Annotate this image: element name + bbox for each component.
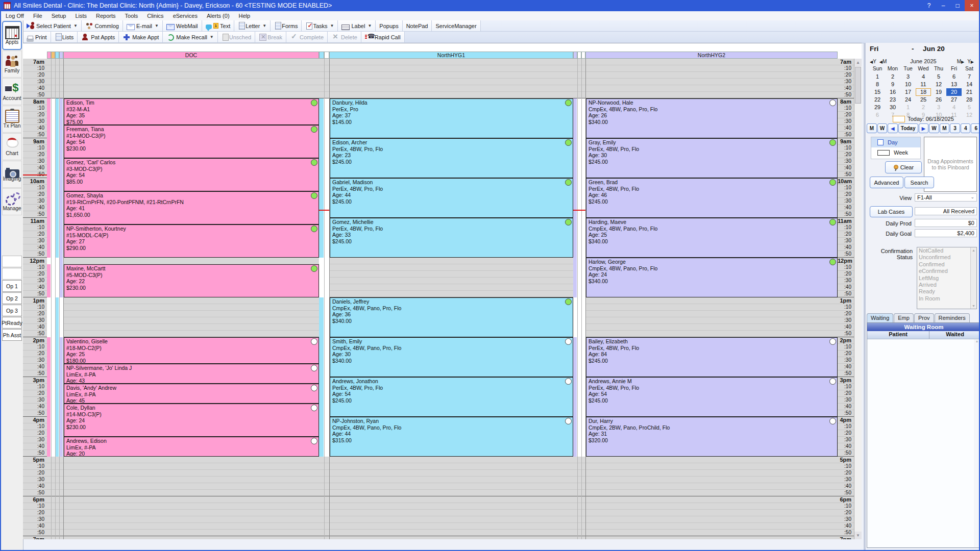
calendar-day-25[interactable]: 25: [916, 96, 931, 104]
appointment-block[interactable]: Danbury, HildaPerEx, ProAge: 37$145.00: [330, 98, 573, 138]
confirmation-status-circle[interactable]: [311, 385, 317, 391]
toolbar-button-popups[interactable]: Popups: [376, 20, 402, 31]
dropdown-arrow-icon[interactable]: ▼: [155, 23, 159, 28]
appointment-block[interactable]: Smith, EmilyCmpEx, 4BW, Pano, Pro, FloAg…: [330, 337, 573, 377]
calendar-day-12[interactable]: 12: [931, 81, 946, 88]
menu-item-setup[interactable]: Setup: [47, 11, 71, 20]
scroll-down-icon[interactable]: ▼: [854, 532, 862, 539]
calendar-jump-w[interactable]: W: [929, 123, 939, 133]
calendar-day-28[interactable]: 28: [962, 96, 977, 104]
appointment-block[interactable]: NP-Norwood, HaleCmpEx, 4BW, Pano, Pro, F…: [586, 98, 838, 138]
search-button[interactable]: Search: [904, 177, 934, 188]
sidebar-item-manage[interactable]: Manage: [2, 188, 22, 215]
confirmation-status-circle[interactable]: [311, 192, 317, 199]
confirmation-list-scrollbar[interactable]: ▲ ▼: [970, 247, 976, 309]
confirmation-status-circle[interactable]: [311, 365, 317, 371]
view-button-ph-asst[interactable]: Ph Asst: [2, 329, 22, 341]
calendar-day-8[interactable]: 8: [870, 81, 885, 88]
calendar-next-month-button[interactable]: M▶: [957, 59, 965, 64]
calendar-jump-m[interactable]: M: [940, 123, 950, 133]
toolbar-button-tasks[interactable]: Tasks▼: [302, 20, 338, 31]
menu-item-eservices[interactable]: eServices: [168, 11, 202, 20]
appointment-block[interactable]: Bailey, ElizabethPerEx, 4BW, Pro, FloAge…: [586, 337, 838, 377]
appointment-block[interactable]: Gabriel, MadisonPerEx, 4BW, Pro, FloAge:…: [330, 178, 573, 218]
operatory-header-northhyg1[interactable]: NorthHYG1: [329, 52, 573, 59]
calendar-day-17[interactable]: 17: [900, 88, 916, 96]
toolbar-button-select-patient[interactable]: Select Patient▼: [23, 20, 82, 31]
appointment-block[interactable]: Andrews, EdisonLimEx, #-PAAge: 20: [64, 437, 319, 457]
confirmation-status-circle[interactable]: [829, 338, 836, 345]
confirmation-status-circle[interactable]: [311, 438, 317, 444]
appointment-block[interactable]: Andrews, Annie MPerEx, 4BW, Pro, FloAge:…: [586, 377, 838, 417]
calendar-day-3[interactable]: 3: [900, 73, 916, 81]
operatory-header-northhyg2[interactable]: NorthHYG2: [585, 52, 838, 59]
calendar-day-7[interactable]: 7: [962, 73, 977, 81]
view-dropdown[interactable]: F1-All ⌄: [915, 193, 977, 202]
appointment-block[interactable]: Davis, 'Andy' AndrewLimEx, #-PAAge: 45: [64, 384, 319, 404]
appointment-block[interactable]: Edison, ArcherPerEx, 4BW, Pro, FloAge: 2…: [330, 138, 573, 178]
waiting-room-scrollbar[interactable]: ▲: [974, 339, 980, 547]
calendar-back-button[interactable]: ◀: [888, 123, 898, 133]
calendar-day-4[interactable]: 4: [946, 104, 962, 111]
confirmation-status-circle[interactable]: [311, 159, 317, 166]
scroll-up-icon[interactable]: ▲: [971, 248, 976, 252]
calendar-prev-year-button[interactable]: ◀Y: [870, 59, 876, 64]
appointment-block[interactable]: Valentino, Giselle#18-MO-C2(P)Age: 25$18…: [64, 337, 319, 364]
confirmation-status-circle[interactable]: [829, 418, 836, 424]
calendar-jump-3[interactable]: 3: [950, 123, 960, 133]
toolbar-button-webmail[interactable]: WebMail: [163, 20, 202, 31]
confirmation-option-ready[interactable]: Ready: [917, 288, 976, 295]
tab-waiting[interactable]: Waiting: [867, 313, 893, 322]
confirmation-option-in-room[interactable]: In Room: [917, 295, 976, 302]
toolbar-button-e-mail[interactable]: E-mail▼: [123, 20, 163, 31]
confirmation-status-circle[interactable]: [311, 338, 317, 345]
confirmation-status-circle[interactable]: [829, 219, 836, 226]
calendar-next-year-button[interactable]: Y▶: [967, 59, 974, 64]
calendar-day-11[interactable]: 11: [916, 81, 931, 88]
calendar-day-27[interactable]: 27: [946, 96, 962, 104]
confirmation-status-circle[interactable]: [311, 226, 317, 232]
menu-item-clinics[interactable]: Clinics: [142, 11, 168, 20]
schedule-vertical-scrollbar[interactable]: ▲▼: [854, 59, 862, 539]
maximize-button[interactable]: □: [950, 0, 965, 11]
calendar-day-29[interactable]: 29: [870, 104, 885, 111]
confirmation-status-list[interactable]: NotCalledUnconfirmedConfirmedeConfirmedL…: [917, 247, 977, 309]
tab-reminders[interactable]: Reminders: [935, 313, 970, 322]
confirmation-status-circle[interactable]: [311, 265, 317, 272]
confirmation-option-notcalled[interactable]: NotCalled: [917, 247, 976, 254]
toolbar-button-text[interactable]: 1Text: [202, 20, 235, 31]
view-button-op-2[interactable]: Op 2: [2, 292, 22, 304]
dropdown-arrow-icon[interactable]: ▼: [330, 23, 334, 28]
menu-item-help[interactable]: Help: [234, 11, 255, 20]
calendar-day-30[interactable]: 30: [885, 104, 900, 111]
calendar-day-21[interactable]: 21: [962, 88, 977, 96]
menu-item-file[interactable]: File: [29, 11, 47, 20]
appointment-block[interactable]: Harding, MaeveCmpEx, 4BW, Pano, Pro, Flo…: [586, 218, 838, 258]
appointment-block[interactable]: Gomez, Shayla#19-RtCrnPrFN, #20-PontPFNM…: [64, 191, 319, 224]
calendar-day-24[interactable]: 24: [900, 96, 916, 104]
scrollbar-thumb[interactable]: [855, 67, 861, 104]
menu-item-lists[interactable]: Lists: [70, 11, 91, 20]
calendar-jump-m[interactable]: M: [867, 123, 877, 133]
appointment-block[interactable]: NP-Silvermane, 'Jo' Linda JLimEx, #-PAAg…: [64, 364, 319, 384]
scroll-down-icon[interactable]: ▼: [971, 304, 976, 308]
confirmation-status-circle[interactable]: [829, 259, 836, 265]
toolbar-button-print[interactable]: Print: [23, 32, 51, 42]
toolbar-button-pat-appts[interactable]: Pat Appts: [78, 32, 119, 42]
advanced-button[interactable]: Advanced: [870, 177, 903, 188]
operatory-lane-northhyg1[interactable]: Danbury, HildaPerEx, ProAge: 37$145.00Ed…: [329, 59, 573, 539]
calendar-jump-4[interactable]: 4: [961, 123, 971, 133]
appointment-block[interactable]: Andrews, JonathonPerEx, 4BW, Pro, FloAge…: [330, 377, 573, 417]
sidebar-item-account[interactable]: Account: [2, 78, 22, 105]
calendar-day-10[interactable]: 10: [900, 81, 916, 88]
dropdown-arrow-icon[interactable]: ▼: [74, 23, 78, 28]
calendar-day-18[interactable]: 18: [916, 88, 931, 96]
calendar-day-1[interactable]: 1: [900, 104, 916, 111]
appointment-block[interactable]: Gomez, 'Carl' Carlos#3-MOD-C3(P)Age: 54$…: [64, 158, 319, 191]
calendar-day-2[interactable]: 2: [885, 73, 900, 81]
tab-emp[interactable]: Emp: [894, 313, 914, 322]
appointment-block[interactable]: Harlow, GeorgeCmpEx, 4BW, Pano, Pro, Flo…: [586, 258, 838, 297]
calendar-day-23[interactable]: 23: [885, 96, 900, 104]
tab-prov[interactable]: Prov: [914, 313, 934, 322]
view-button-op-3[interactable]: Op 3: [2, 305, 22, 316]
